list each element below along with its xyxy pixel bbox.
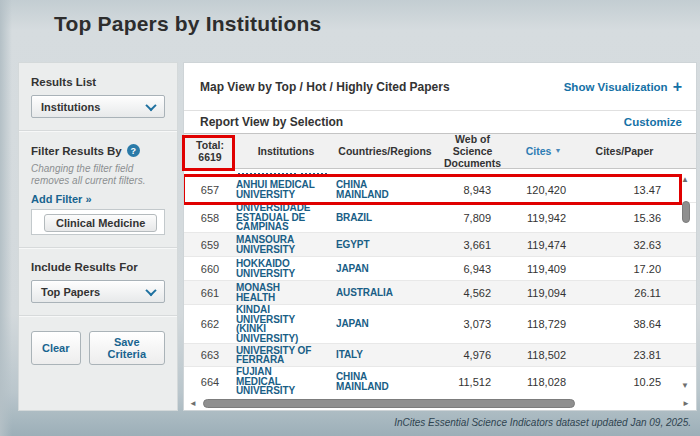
table-row-659[interactable]: 659 MANSOURA UNIVERSITY EGYPT 3,661 119,… (184, 233, 696, 257)
country-label: JAPAN (336, 319, 369, 329)
include-results-value: Top Papers (41, 286, 100, 298)
total-count-cell: Total: 6619 (184, 134, 236, 168)
rank-cell: 663 (184, 344, 236, 366)
table-row-664[interactable]: 664 FUJIAN MEDICAL UNIVERSITY CHINA MAIN… (184, 367, 696, 396)
filter-field[interactable]: Clinical Medicine (31, 209, 165, 235)
docs-cell: 7,809 (434, 203, 511, 232)
table-row-662[interactable]: 662 KINDAI UNIVERSITY (KINKI UNIVERSITY)… (184, 305, 696, 344)
chevron-down-icon (145, 284, 156, 295)
table-row-660[interactable]: 660 HOKKAIDO UNIVERSITY JAPAN 6,943 119,… (184, 257, 696, 281)
clipped-text-fragment (301, 173, 328, 176)
column-header-cites[interactable]: Cites ▼ (511, 134, 576, 168)
results-list-section: Results List Institutions (31, 76, 165, 118)
customize-link[interactable]: Customize (624, 116, 682, 128)
country-label: EGYPT (336, 240, 369, 250)
footer-note: InCites Essential Science Indicators dat… (394, 417, 691, 428)
docs-cell: 8,943 (434, 177, 511, 202)
country-label: AUSTRALIA (336, 288, 393, 298)
cites-per-paper-cell: 13.47 (576, 177, 673, 202)
table-row-661[interactable]: 661 MONASH HEALTH AUSTRALIA 4,562 119,09… (184, 281, 696, 305)
scroll-down-icon[interactable]: ▼ (681, 381, 689, 390)
rank-cell: 659 (184, 233, 236, 256)
cites-per-paper-cell: 10.25 (576, 367, 673, 396)
column-header-documents[interactable]: Web of Science Documents (434, 134, 511, 168)
cites-per-paper-cell: 23.81 (576, 344, 673, 366)
table-row-657[interactable]: 657 ANHUI MEDICAL UNIVERSITY CHINA MAINL… (184, 177, 696, 203)
country-label: BRAZIL (336, 213, 372, 223)
table-row-658[interactable]: 658 UNIVERSIDADE ESTADUAL DE CAMPINAS BR… (184, 203, 696, 233)
table-body: 657 ANHUI MEDICAL UNIVERSITY CHINA MAINL… (184, 169, 696, 396)
docs-cell: 3,661 (434, 233, 511, 256)
cites-per-paper-cell: 32.63 (576, 233, 673, 256)
country-label: CHINA MAINLAND (336, 180, 406, 199)
scroll-right-icon[interactable]: ► (682, 399, 690, 408)
sidebar-buttons: Clear Save Criteria (31, 331, 165, 365)
institution-link[interactable]: MONASH HEALTH (236, 283, 318, 302)
clipped-row-fragment (184, 169, 696, 177)
docs-cell: 4,976 (434, 344, 511, 366)
filter-chip-clinical-medicine[interactable]: Clinical Medicine (44, 214, 157, 232)
column-header-countries[interactable]: Countries/Regions (336, 134, 434, 168)
column-header-cites-per-paper[interactable]: Cites/Paper (576, 134, 673, 168)
vertical-scroll-thumb[interactable] (682, 201, 690, 223)
institution-link[interactable]: UNIVERSIDADE ESTADUAL DE CAMPINAS (236, 203, 318, 232)
filter-note: Changing the filter field removes all cu… (31, 163, 165, 187)
table-header: Total: 6619 Institutions Countries/Regio… (184, 133, 696, 169)
docs-cell: 11,512 (434, 367, 511, 396)
cites-per-paper-cell: 38.64 (576, 305, 673, 343)
table-row-663[interactable]: 663 UNIVERSITY OF FERRARA ITALY 4,976 11… (184, 344, 696, 367)
cites-per-paper-cell: 26.11 (576, 281, 673, 304)
scroll-left-icon[interactable]: ◄ (189, 399, 197, 408)
cites-cell: 118,729 (511, 305, 576, 343)
results-list-select[interactable]: Institutions (31, 95, 165, 118)
help-icon[interactable]: ? (127, 144, 140, 157)
divider (19, 315, 177, 317)
page-title: Top Papers by Institutions (54, 12, 321, 36)
horizontal-scroll-thumb[interactable] (203, 399, 575, 408)
scroll-up-icon[interactable]: ▲ (681, 175, 689, 184)
results-list-label: Results List (31, 76, 165, 88)
total-value: 6619 (198, 151, 221, 163)
rank-cell: 657 (184, 177, 236, 202)
include-results-select[interactable]: Top Papers (31, 280, 165, 303)
docs-cell: 6,943 (434, 257, 511, 280)
sidebar: Results List Institutions Filter Results… (18, 62, 178, 411)
cites-cell: 120,420 (511, 177, 576, 202)
cites-cell: 119,474 (511, 233, 576, 256)
clear-button[interactable]: Clear (31, 331, 81, 365)
rank-cell: 664 (184, 367, 236, 396)
institution-link[interactable]: HOKKAIDO UNIVERSITY (236, 259, 318, 278)
institution-link[interactable]: UNIVERSITY OF FERRARA (236, 346, 318, 365)
total-label: Total: (196, 139, 224, 151)
clipped-text-fragment (238, 173, 296, 176)
save-criteria-button[interactable]: Save Criteria (89, 331, 165, 365)
report-view-title: Report View by Selection (200, 115, 343, 129)
rank-cell: 660 (184, 257, 236, 280)
divider (19, 247, 177, 249)
report-view-bar: Report View by Selection Customize (184, 111, 696, 133)
country-label: ITALY (336, 350, 363, 360)
add-filter-link[interactable]: Add Filter » (31, 193, 165, 205)
docs-cell: 3,073 (434, 305, 511, 343)
horizontal-scrollbar[interactable]: ◄ ► (184, 396, 696, 411)
docs-cell: 4,562 (434, 281, 511, 304)
cites-cell: 118,502 (511, 344, 576, 366)
column-header-institutions[interactable]: Institutions (236, 134, 336, 168)
cites-header-label: Cites (526, 145, 552, 157)
filter-section: Filter Results By ? Changing the filter … (31, 144, 165, 235)
institution-link[interactable]: FUJIAN MEDICAL UNIVERSITY (236, 367, 318, 396)
results-list-value: Institutions (41, 101, 100, 113)
include-results-section: Include Results For Top Papers (31, 261, 165, 303)
vertical-scrollbar[interactable]: ▲ ▼ (679, 169, 693, 396)
filter-results-label: Filter Results By (31, 145, 122, 157)
show-visualization-link[interactable]: Show Visualization + (564, 81, 682, 93)
country-label: CHINA MAINLAND (336, 372, 406, 391)
map-view-bar: Map View by Top / Hot / Highly Cited Pap… (184, 63, 696, 111)
plus-icon: + (673, 82, 682, 92)
cites-cell: 119,942 (511, 203, 576, 232)
rank-cell: 658 (184, 203, 236, 232)
institution-link[interactable]: KINDAI UNIVERSITY (KINKI UNIVERSITY) (236, 305, 318, 343)
institution-link[interactable]: MANSOURA UNIVERSITY (236, 235, 318, 254)
institution-link[interactable]: ANHUI MEDICAL UNIVERSITY (236, 180, 318, 199)
cites-cell: 119,409 (511, 257, 576, 280)
